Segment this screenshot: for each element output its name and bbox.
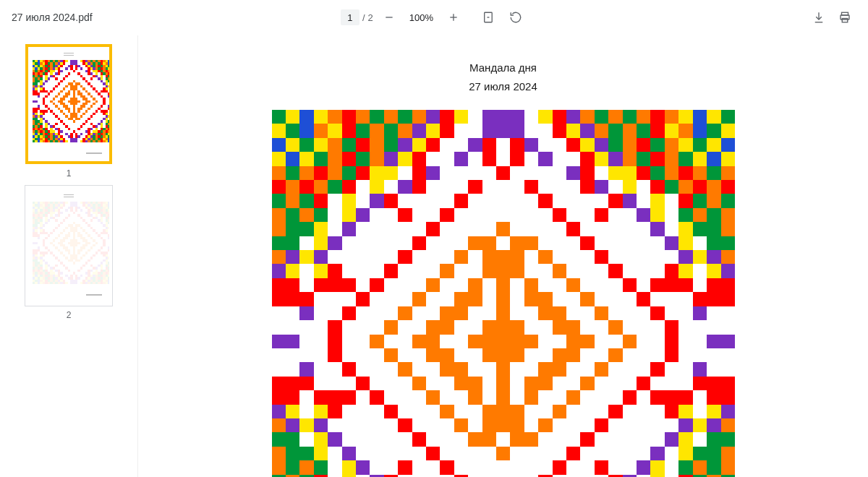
rotate-icon	[509, 11, 522, 24]
pdf-page-1: Мандала дня 27 июля 2024	[207, 35, 800, 477]
page-viewer[interactable]: Мандала дня 27 июля 2024	[137, 35, 868, 477]
rotate-button[interactable]	[504, 6, 527, 29]
thumbnail-1-label: 1	[67, 168, 72, 179]
fit-page-button[interactable]	[477, 6, 500, 29]
fit-page-icon	[482, 11, 495, 24]
thumbnail-1[interactable]	[25, 44, 112, 164]
plus-icon	[448, 12, 459, 23]
document-title: Мандала дня	[207, 59, 800, 77]
zoom-in-button[interactable]	[442, 6, 465, 29]
current-page-input[interactable]	[341, 9, 359, 25]
content-area: 1 2 Мандала дня 27 июля 2024	[0, 35, 868, 477]
download-icon	[812, 11, 825, 24]
mandala-artwork	[272, 110, 735, 477]
print-button[interactable]	[833, 6, 856, 29]
thumbnail-2[interactable]	[25, 186, 112, 306]
toolbar: 27 июля 2024.pdf / 2 100%	[0, 0, 868, 35]
thumb-wrap-1: 1	[25, 44, 112, 179]
right-tool-group	[807, 6, 856, 29]
thumb-wrap-2: 2	[25, 186, 112, 320]
svg-rect-7	[842, 19, 848, 22]
zoom-out-button[interactable]	[378, 6, 401, 29]
print-icon	[838, 11, 851, 24]
minus-icon	[383, 12, 395, 23]
total-pages: 2	[368, 12, 373, 23]
center-tool-group: / 2 100%	[341, 6, 527, 29]
thumbnail-sidebar: 1 2	[0, 35, 137, 477]
document-header: Мандала дня 27 июля 2024	[207, 35, 800, 110]
download-button[interactable]	[807, 6, 830, 29]
page-separator: /	[362, 12, 365, 23]
page-indicator: / 2	[341, 9, 373, 25]
zoom-percent: 100%	[405, 12, 438, 23]
thumbnail-2-label: 2	[67, 310, 72, 320]
file-name: 27 июля 2024.pdf	[12, 12, 93, 23]
document-date: 27 июля 2024	[207, 77, 800, 96]
